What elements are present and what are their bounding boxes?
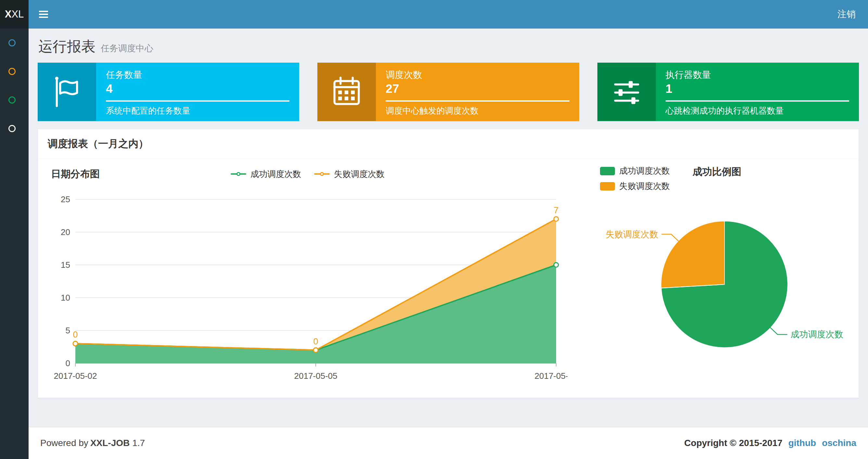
svg-text:0: 0	[73, 330, 78, 339]
oschina-link[interactable]: oschina	[822, 438, 856, 448]
info-box-value: 1	[665, 82, 849, 96]
legend-swatch-icon	[600, 182, 615, 191]
copyright-text: Copyright © 2015-2017	[684, 438, 782, 448]
svg-text:5: 5	[66, 326, 70, 335]
progress-bar	[385, 100, 569, 102]
legend-label: 成功调度次数	[619, 165, 670, 176]
sidebar-item-4[interactable]	[0, 114, 29, 143]
svg-text:成功调度次数: 成功调度次数	[791, 329, 843, 339]
sliders-icon	[597, 63, 656, 121]
calendar-icon	[317, 63, 376, 121]
svg-text:失败调度次数: 失败调度次数	[606, 230, 658, 239]
svg-text:7: 7	[554, 205, 558, 215]
sidebar-item-3[interactable]	[0, 86, 29, 114]
svg-text:10: 10	[61, 293, 70, 302]
info-box-description: 系统中配置的任务数量	[106, 105, 289, 117]
line-legend-marker-icon	[230, 171, 246, 177]
success-ratio-chart[interactable]: 成功调度次数失败调度次数	[567, 182, 849, 390]
svg-text:0: 0	[66, 358, 70, 368]
info-box-content: 任务数量 4 系统中配置的任务数量	[96, 63, 299, 121]
progress-bar	[665, 100, 849, 102]
svg-text:20: 20	[61, 227, 70, 237]
legend-item-success[interactable]: 成功调度次数	[600, 165, 670, 176]
info-box-label: 调度次数	[385, 69, 569, 80]
info-box-executor-count: 执行器数量 1 心跳检测成功的执行器机器数量	[597, 63, 859, 121]
sidebar-toggle-button[interactable]	[29, 0, 59, 29]
flag-icon	[38, 63, 96, 121]
pie-chart-title: 成功比例图	[692, 165, 741, 178]
info-box-trigger-count: 调度次数 27 调度中心触发的调度次数	[317, 63, 579, 121]
app-logo[interactable]: XXL	[0, 0, 29, 29]
info-box-label: 任务数量	[106, 69, 289, 80]
progress-bar	[106, 100, 289, 102]
info-box-label: 执行器数量	[665, 69, 849, 80]
date-distribution-chart[interactable]: 05101520252017-05-022017-05-052017-05-08…	[48, 185, 567, 386]
content-area: 运行报表 任务调度中心 任务数量 4 系统中配置的任务数量	[29, 29, 868, 427]
legend-label: 失败调度次数	[619, 181, 670, 192]
info-box-content: 调度次数 27 调度中心触发的调度次数	[376, 63, 579, 121]
legend-item-fail[interactable]: 失败调度次数	[314, 168, 384, 180]
circle-icon	[8, 39, 16, 46]
legend-item-success[interactable]: 成功调度次数	[230, 168, 301, 180]
svg-text:2017-05-08: 2017-05-08	[535, 371, 568, 381]
report-panel: 调度报表（一月之内） 日期分布图 成功调度次数 失败调度次数	[38, 129, 859, 398]
github-link[interactable]: github	[788, 438, 816, 448]
legend-label: 成功调度次数	[250, 168, 301, 180]
date-distribution-section: 日期分布图 成功调度次数 失败调度次数 05101520252017-05-02…	[48, 163, 567, 390]
panel-title: 调度报表（一月之内）	[38, 129, 859, 159]
line-chart-legend: 成功调度次数 失败调度次数	[48, 163, 567, 185]
info-box-description: 调度中心触发的调度次数	[385, 105, 569, 117]
logo-text: XL	[11, 8, 24, 20]
info-box-description: 心跳检测成功的执行器机器数量	[665, 105, 849, 117]
charts-row: 日期分布图 成功调度次数 失败调度次数 05101520252017-05-02…	[38, 159, 859, 398]
legend-item-fail[interactable]: 失败调度次数	[600, 181, 670, 192]
info-box-content: 执行器数量 1 心跳检测成功的执行器机器数量	[656, 63, 859, 121]
page-subtitle: 任务调度中心	[101, 42, 153, 54]
circle-icon	[8, 68, 16, 75]
pie-chart-legend: 成功调度次数 失败调度次数	[600, 165, 670, 192]
footer: Powered byXXL-JOB1.7 Copyright © 2015-20…	[29, 427, 868, 459]
line-legend-marker-icon	[314, 171, 330, 177]
logo-text-bold: X	[5, 8, 12, 20]
success-ratio-section: 成功调度次数 失败调度次数 成功比例图 成功调度次数失败调度次数	[567, 163, 849, 390]
svg-text:0: 0	[313, 337, 318, 347]
stats-row: 任务数量 4 系统中配置的任务数量	[29, 61, 868, 121]
sidebar-item-1[interactable]	[0, 29, 29, 57]
sidebar-item-2[interactable]	[0, 57, 29, 86]
svg-text:15: 15	[61, 260, 70, 270]
page-title: 运行报表	[38, 37, 95, 56]
svg-text:2017-05-05: 2017-05-05	[294, 371, 338, 381]
svg-text:2017-05-02: 2017-05-02	[54, 371, 97, 381]
circle-icon	[8, 125, 16, 132]
logout-button[interactable]: 注销	[825, 0, 868, 29]
top-navbar: XXL 注销	[0, 0, 868, 29]
legend-label: 失败调度次数	[334, 168, 384, 180]
circle-icon	[8, 96, 16, 103]
powered-by-text: Powered byXXL-JOB1.7	[40, 438, 145, 448]
info-box-value: 27	[385, 82, 569, 96]
collapsed-sidebar	[0, 29, 29, 459]
info-box-job-count: 任务数量 4 系统中配置的任务数量	[38, 63, 299, 121]
legend-swatch-icon	[600, 167, 615, 175]
info-box-value: 4	[106, 82, 289, 96]
page-header: 运行报表 任务调度中心	[29, 29, 868, 61]
hamburger-icon	[39, 9, 48, 20]
svg-text:25: 25	[61, 194, 70, 204]
